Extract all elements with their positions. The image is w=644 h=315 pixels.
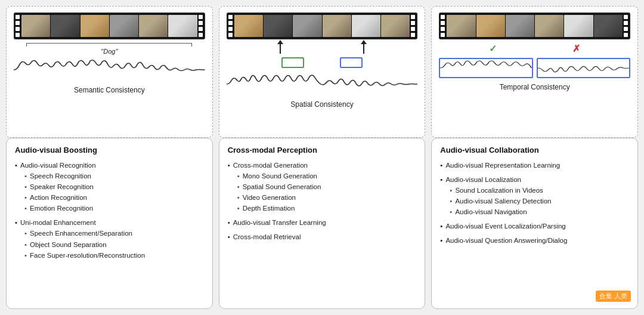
temporal-waveforms [439,58,630,78]
boosting-list: Audio-visual Recognition Speech Recognit… [15,160,204,260]
boosting-card: Audio-visual Boosting Audio-visual Recog… [6,138,213,309]
top-row: "Dog" Semantic Consistency [6,6,638,138]
collab-section1-heading: Audio-visual Representation Learning [440,160,629,170]
temporal-indicators: ✓ ✗ [439,43,630,54]
sp-film-frame-4 [323,15,351,37]
sp-film-frame-2 [264,15,292,37]
arrow-up-right [363,43,364,54]
temporal-card: ✓ ✗ Temporal Consistency [431,6,638,138]
temporal-box-left [439,58,532,78]
tp-film-frame-1 [447,15,475,37]
perception-section3-heading: Cross-modal Retrieval [228,232,417,242]
perception-section2-heading: Audio-visual Transfer Learning [228,218,417,227]
boosting-section1-heading: Audio-visual Recognition [15,160,204,170]
boosting-item-6: Object Sound Separation [15,240,204,249]
spatial-filmstrip [227,13,418,39]
semantic-waveform [14,58,205,81]
collaboration-card: Audio-visual Collaboration Audio-visual … [431,138,638,309]
bottom-row: Audio-visual Boosting Audio-visual Recog… [6,138,638,309]
boosting-item-3: Action Recognition [15,193,204,202]
boosting-item-5: Speech Enhancement/Separation [15,228,204,238]
semantic-card: "Dog" Semantic Consistency [6,6,213,138]
film-frame-4 [110,15,138,37]
perception-item-1: Mono Sound Generation [228,171,417,181]
sp-film-frame-6 [381,15,410,37]
tp-film-frame-3 [506,15,534,37]
spatial-boxes [227,57,418,69]
spatial-arrows [227,43,418,54]
collab-section4-heading: Audio-visual Question Answering/Dialog [440,236,629,245]
arrow-up-left [280,43,281,54]
blue-highlight-box [340,57,363,68]
boosting-item-1: Speech Recognition [15,171,204,181]
film-frame-6 [168,15,197,37]
collab-section3-heading: Audio-visual Event Localization/Parsing [440,221,629,231]
boosting-title: Audio-visual Boosting [15,146,204,155]
sp-film-frame-5 [352,15,380,37]
collab-item-1: Sound Localization in Videos [440,186,629,195]
tp-film-frame-5 [564,15,593,37]
green-highlight-box [281,57,304,68]
film-frame-1 [21,15,50,37]
spatial-label: Spatial Consistency [290,100,353,109]
watermark: 合集 人类 [596,291,631,302]
collab-item-2: Audio-visual Saliency Detection [440,196,629,206]
tp-film-frame-2 [476,15,505,37]
perception-item-2: Spatial Sound Generation [228,182,417,192]
temporal-filmstrip [439,13,630,39]
boosting-item-4: Emotion Recognition [15,203,204,213]
temporal-label: Temporal Consistency [500,83,570,91]
collaboration-list: Audio-visual Representation Learning Aud… [440,160,629,246]
perception-item-4: Depth Estimation [228,203,417,213]
dog-label: "Dog" [101,48,117,55]
boosting-item-7: Face Super-resolution/Reconstruction [15,251,204,260]
check-icon: ✓ [489,43,497,54]
boosting-section2-heading: Uni-modal Enhancement [15,218,204,227]
semantic-brace-area: "Dog" [14,43,205,55]
perception-section1-heading: Cross-modal Generation [228,160,417,170]
collab-item-3: Audio-visual Navigation [440,207,629,217]
sp-film-frame-3 [293,15,321,37]
semantic-filmstrip [14,13,205,39]
temporal-box-right [537,58,630,78]
sp-film-frame-1 [234,15,263,37]
tp-film-frame-6 [594,15,623,37]
semantic-label: Semantic Consistency [74,86,145,94]
spatial-card: Spatial Consistency [219,6,426,138]
perception-item-3: Video Generation [228,193,417,202]
cross-icon: ✗ [572,43,580,54]
spatial-waveform [227,73,418,95]
film-frame-5 [139,15,168,37]
film-frame-3 [80,15,109,37]
perception-card: Cross-modal Perception Cross-modal Gener… [219,138,426,309]
perception-title: Cross-modal Perception [228,146,417,155]
perception-list: Cross-modal Generation Mono Sound Genera… [228,160,417,242]
collaboration-title: Audio-visual Collaboration [440,146,629,155]
film-frame-2 [51,15,79,37]
tp-film-frame-4 [535,15,564,37]
collab-section2-heading: Audio-visual Localization [440,175,629,184]
boosting-item-2: Speaker Recognition [15,182,204,192]
